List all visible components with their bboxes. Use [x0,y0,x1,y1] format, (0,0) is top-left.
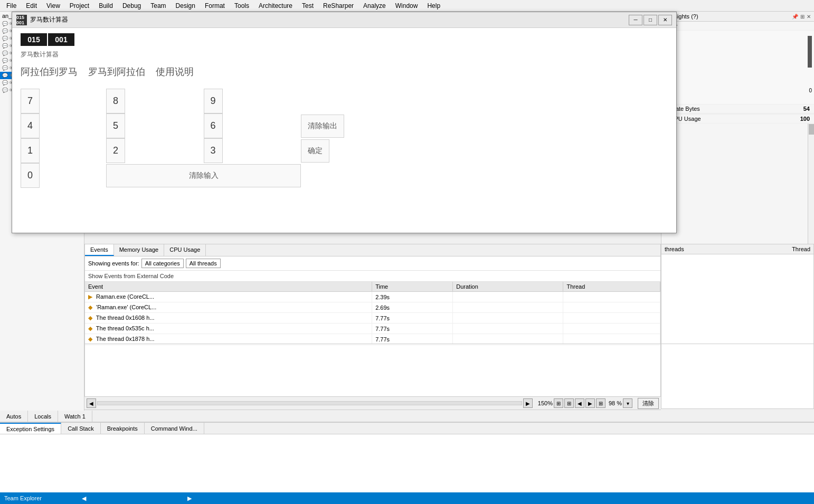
col-time[interactable]: Time [372,282,453,292]
minimize-button[interactable]: ─ [629,15,642,25]
event-name: The thread 0x535c h... [96,325,154,331]
menu-window[interactable]: Window [391,1,422,11]
calc-btn-3[interactable]: 3 [204,138,223,163]
comment-icon[interactable]: 💬 [2,58,8,63]
event-row[interactable]: ◆ The thread 0x535c h... 7.77s [85,324,660,334]
nav-right-btn[interactable]: ▶ [585,398,595,408]
close-button[interactable]: ✕ [658,15,672,25]
nav-left-btn[interactable]: ◀ [575,398,584,408]
event-icon: ◆ [88,325,92,331]
col-event[interactable]: Event [85,282,372,292]
tab-watch1[interactable]: Watch 1 [58,411,92,422]
perf-bar-indicator [808,36,812,68]
horizontal-scrollbar[interactable] [97,401,522,405]
col-thread[interactable]: Thread [563,282,660,292]
tab-call-stack-bottom[interactable]: Call Stack [61,423,101,434]
comment-icon[interactable]: 💬 [2,80,8,85]
tab-memory-usage[interactable]: Memory Usage [114,244,165,256]
calc-btn-clear-output[interactable]: 清除输出 [301,115,344,138]
scroll-right-btn[interactable]: ▶ [523,398,533,408]
nav-roman-to-arabic[interactable]: 罗马到阿拉伯 [88,65,145,78]
tab-locals[interactable]: Locals [28,411,58,422]
menu-test[interactable]: Test [298,1,318,11]
comment-icon[interactable]: 💬 [2,88,8,93]
perf-zero-label: 0 [809,88,812,93]
menu-format[interactable]: Format [201,1,229,11]
calc-btn-clear-input[interactable]: 清除输入 [106,164,301,187]
calc-btn-confirm[interactable]: 确定 [301,139,329,163]
team-explorer-status[interactable]: Team Explorer [4,495,42,501]
bottom-tab-headers: Autos Locals Watch 1 [0,411,814,422]
calc-btn-6[interactable]: 6 [204,113,223,138]
calc-btn-7[interactable]: 7 [21,89,40,113]
menu-help[interactable]: Help [423,1,444,11]
nav-instructions[interactable]: 使用说明 [156,65,194,78]
comment-icon[interactable]: 💬 [2,36,8,41]
menu-team[interactable]: Team [146,1,170,11]
show-external-link[interactable]: Show Events from External Code [85,271,660,282]
comment-icon[interactable]: 💬 [2,73,8,78]
nav-arabic-to-roman[interactable]: 阿拉伯到罗马 [21,65,78,78]
event-row[interactable]: ◆ The thread 0x1608 h... 7.77s [85,313,660,324]
comment-icon[interactable]: 💬 [2,51,8,56]
bottom-scroll-left[interactable]: ◀ [82,495,86,502]
menu-view[interactable]: View [42,1,64,11]
menu-tools[interactable]: Tools [230,1,253,11]
comment-icon[interactable]: 💬 [2,43,8,49]
scroll-thumb[interactable] [809,124,814,135]
pin-icon[interactable]: 📌 [792,14,798,20]
perf-insights-header: n Insights (?) 📌 ⊞ ✕ [661,12,814,22]
event-thread [563,313,660,324]
menu-analyze[interactable]: Analyze [359,1,390,11]
tab-autos[interactable]: Autos [0,411,28,422]
zoom-btn-1[interactable]: ⊞ [554,398,563,408]
scroll-left-btn[interactable]: ◀ [87,398,96,408]
events-rows: ▶ Raman.exe (CoreCL... 2.39s ◆ 'Raman.ex… [85,292,660,344]
tab-events[interactable]: Events [85,244,114,256]
threads-dropdown[interactable]: All threads [186,259,221,268]
private-bytes-value: 54 [803,106,810,112]
calc-btn-2[interactable]: 2 [106,138,125,163]
menu-architecture[interactable]: Architecture [254,1,297,11]
tab-command-window[interactable]: Command Wind... [145,423,204,434]
events-panel: threads Thread [661,244,814,344]
scroll-track[interactable] [808,123,814,244]
calc-btn-8[interactable]: 8 [106,89,125,113]
calc-btn-4[interactable]: 4 [21,113,40,138]
comment-icon[interactable]: 💬 [2,65,8,71]
window-controls: ─ □ ✕ [629,15,672,25]
event-row[interactable]: ▶ Raman.exe (CoreCL... 2.39s [85,292,660,302]
menu-project[interactable]: Project [65,1,93,11]
undock-icon[interactable]: ⊞ [800,14,804,20]
event-icon: ◆ [88,304,92,310]
comment-icon[interactable]: 💬 [2,28,8,34]
menu-edit[interactable]: Edit [22,1,41,11]
menu-build[interactable]: Build [94,1,117,11]
clear-button[interactable]: 清除 [638,398,659,409]
display-bar: 015 001 [21,33,668,46]
close-panel-icon[interactable]: ✕ [807,14,811,20]
calc-btn-1[interactable]: 1 [21,138,40,163]
menu-file[interactable]: File [2,1,21,11]
event-row[interactable]: ◆ 'Raman.exe' (CoreCL... 2.69s [85,302,660,313]
menu-design[interactable]: Design [172,1,200,11]
calc-btn-5[interactable]: 5 [106,113,125,138]
tab-breakpoints[interactable]: Breakpoints [101,423,145,434]
tab-cpu-usage[interactable]: CPU Usage [164,244,206,256]
event-icon: ◆ [88,315,92,321]
bottom-area: Exception Settings Call Stack Breakpoint… [0,422,814,504]
expand-btn[interactable]: ⊞ [596,398,605,408]
menu-debug[interactable]: Debug [118,1,145,11]
zoom-btn-2[interactable]: ⊞ [564,398,574,408]
menu-resharper[interactable]: ReSharper [319,1,358,11]
calc-btn-9[interactable]: 9 [204,89,223,113]
maximize-button[interactable]: □ [643,15,657,25]
bottom-scroll-right[interactable]: ▶ [187,495,192,502]
calc-btn-0[interactable]: 0 [21,163,40,188]
event-row[interactable]: ◆ The thread 0x1878 h... 7.77s [85,334,660,344]
col-duration[interactable]: Duration [453,282,563,292]
comment-icon[interactable]: 💬 [2,21,8,26]
tab-exception-settings[interactable]: Exception Settings [0,423,61,434]
zoom-dropdown-btn[interactable]: ▾ [623,398,632,408]
categories-dropdown[interactable]: All categories [141,259,184,268]
